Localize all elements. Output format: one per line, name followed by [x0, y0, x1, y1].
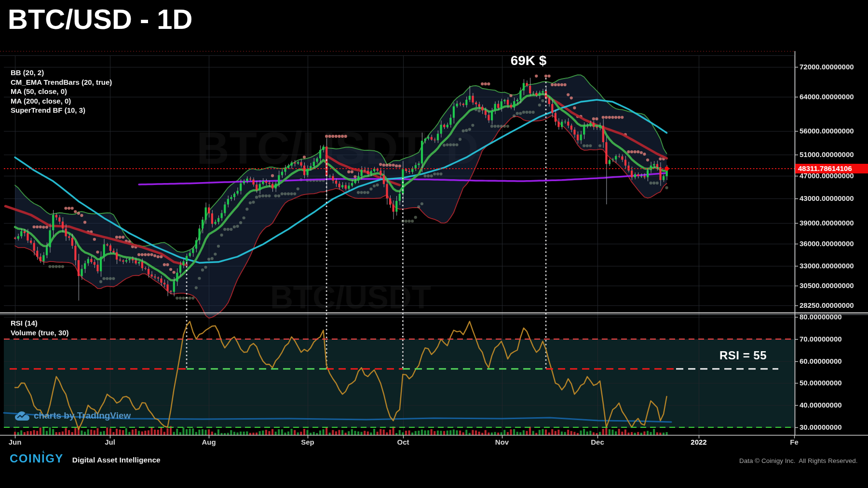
time-tick-label: Jun — [0, 438, 34, 446]
time-tick-label: Sep — [288, 438, 327, 446]
time-tick-label: 2022 — [679, 438, 718, 446]
time-tick-label: Dec — [578, 438, 617, 446]
rsi-tick-label: 80.00000000 — [800, 313, 842, 321]
tradingview-cloud-icon — [14, 411, 30, 421]
time-tick-label: Nov — [483, 438, 521, 446]
rsi-axis[interactable]: 80.0000000070.0000000060.0000000050.0000… — [800, 0, 868, 488]
rsi-tick-label: 40.00000000 — [800, 401, 842, 409]
copyright-text: Data © Coinigy Inc. All Rights Reserved. — [739, 457, 858, 464]
tradingview-attribution-text: charts by TradingView — [34, 410, 131, 421]
tradingview-attribution[interactable]: charts by TradingView — [14, 410, 131, 421]
chart-screen: BTC/USD - 1D BB (20, 2) CM_EMA TrendBars… — [0, 0, 868, 488]
rsi-tick-label: 30.00000000 — [800, 423, 842, 431]
rsi-tick-label: 60.00000000 — [800, 357, 842, 365]
time-tick-label: Aug — [190, 438, 228, 446]
brand-tagline: Digital Asset Intelligence — [72, 456, 161, 464]
footer-brand-row: COINIGY ‹ Digital Asset Intelligence — [10, 452, 161, 465]
rsi-tick-label: 70.00000000 — [800, 335, 842, 343]
rsi-tick-label: 50.00000000 — [800, 379, 842, 387]
time-tick-label: Fe — [775, 438, 799, 446]
coinigy-logo: COINIGY ‹ — [10, 452, 64, 465]
time-tick-label: Oct — [384, 438, 422, 446]
time-tick-label: Jul — [91, 438, 129, 446]
